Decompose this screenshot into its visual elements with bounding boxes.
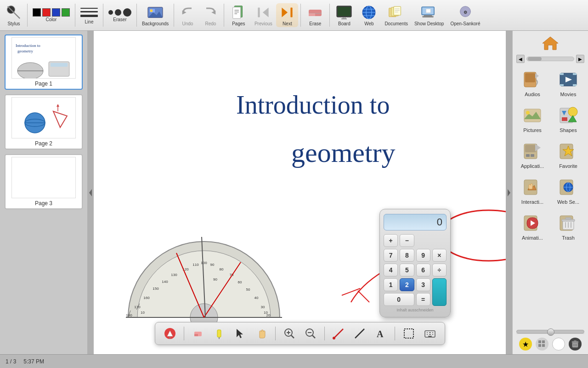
backgrounds-tool[interactable]: Backgrounds xyxy=(139,3,171,27)
btm-highlight-btn[interactable] xyxy=(211,325,227,342)
calc-4[interactable]: 4 xyxy=(384,264,398,276)
right-panel: ◀ ▶ Audios xyxy=(512,31,588,354)
line-tool[interactable]: Line xyxy=(78,5,101,25)
page-info: 1 / 3 xyxy=(6,358,16,365)
show-desktop-tool[interactable]: Show Desktop xyxy=(412,3,447,27)
btm-zoomout-btn[interactable] xyxy=(302,325,319,342)
calc-minus[interactable]: − xyxy=(400,234,414,247)
svg-line-56 xyxy=(342,288,360,295)
previous-tool[interactable]: Previous xyxy=(251,3,275,27)
color-tool[interactable]: Color xyxy=(30,7,73,23)
right-item-interactive[interactable]: Interacti... xyxy=(516,174,548,207)
calc-7[interactable]: 7 xyxy=(384,249,398,262)
calc-3[interactable]: 3 xyxy=(416,278,430,291)
right-panel-spacer xyxy=(516,242,584,326)
svg-marker-139 xyxy=(535,144,541,151)
right-circle-btn[interactable] xyxy=(552,338,565,351)
color-red[interactable] xyxy=(42,8,51,17)
right-star-btn[interactable]: ★ xyxy=(519,338,532,351)
btm-line-btn[interactable] xyxy=(351,325,368,342)
documents-tool[interactable]: Documents xyxy=(382,3,411,27)
svg-marker-5 xyxy=(182,11,187,15)
svg-rect-58 xyxy=(121,235,287,317)
svg-marker-95 xyxy=(237,329,243,338)
svg-text:geometry: geometry xyxy=(17,49,33,53)
svg-text:50: 50 xyxy=(246,288,250,292)
calc-div[interactable]: ÷ xyxy=(432,264,447,276)
calc-equals[interactable]: = xyxy=(416,293,430,306)
btm-keyboard-btn[interactable] xyxy=(422,325,438,342)
left-collapse-btn[interactable] xyxy=(87,31,94,354)
right-item-movies[interactable]: Movies xyxy=(552,67,584,99)
svg-rect-92 xyxy=(194,334,198,336)
calc-0[interactable]: 0 xyxy=(384,293,414,306)
svg-rect-107 xyxy=(404,329,413,338)
color-blue[interactable] xyxy=(52,8,60,17)
right-trash-btn[interactable] xyxy=(569,338,582,351)
right-collapse-btn[interactable] xyxy=(506,31,512,354)
pages-tool[interactable]: Pages xyxy=(226,3,250,27)
calc-plus[interactable]: + xyxy=(384,234,398,247)
page-thumb-1[interactable]: Introduction to geometry Page 1 xyxy=(5,34,83,90)
applications-icon xyxy=(521,140,543,162)
btm-select-btn[interactable] xyxy=(232,325,249,342)
svg-text:180: 180 xyxy=(126,313,132,317)
calc-9[interactable]: 9 xyxy=(416,249,430,262)
right-item-animation[interactable]: Animati... xyxy=(516,210,548,242)
right-scroll-right[interactable]: ▶ xyxy=(576,55,584,63)
calc-8[interactable]: 8 xyxy=(400,249,414,262)
svg-text:100: 100 xyxy=(201,261,207,265)
btm-selectarea-btn[interactable] xyxy=(401,325,417,342)
right-grid-btn[interactable] xyxy=(536,338,548,351)
right-item-shapes[interactable]: Shapes xyxy=(552,103,584,135)
erase-tool[interactable]: Erase xyxy=(303,3,327,27)
color-green[interactable] xyxy=(62,8,70,17)
btm-text-btn[interactable]: A xyxy=(373,325,389,342)
web-tool[interactable]: Web xyxy=(357,3,381,27)
btm-pen-btn[interactable] xyxy=(162,325,178,342)
calc-5[interactable]: 5 xyxy=(400,264,414,276)
board-tool[interactable]: Board xyxy=(332,3,356,27)
right-item-audios[interactable]: Audios xyxy=(516,67,548,99)
page-thumb-3[interactable]: Page 3 xyxy=(5,154,83,209)
svg-text:⚙: ⚙ xyxy=(464,10,467,15)
btm-eraser-btn[interactable] xyxy=(190,325,206,342)
svg-rect-161 xyxy=(572,341,578,343)
svg-line-57 xyxy=(358,291,369,302)
open-sankore-tool[interactable]: ⚙ Open-Sankoré xyxy=(447,3,483,27)
right-item-webservice[interactable]: Web Se... xyxy=(552,174,584,207)
btm-pan-btn[interactable] xyxy=(253,325,270,342)
right-item-pictures[interactable]: Pictures xyxy=(516,103,548,135)
page-thumb-2[interactable]: Page 2 xyxy=(5,94,83,150)
stylus-tool[interactable]: Stylus xyxy=(3,3,25,27)
next-tool[interactable]: Next xyxy=(276,3,298,27)
btm-laser-btn[interactable] xyxy=(330,325,347,342)
right-scroll-left[interactable]: ◀ xyxy=(516,55,525,63)
bottom-toolbar: A xyxy=(155,322,445,345)
redo-tool[interactable]: Redo xyxy=(199,3,221,27)
calc-6[interactable]: 6 xyxy=(416,264,430,276)
right-item-applications[interactable]: Applicati... xyxy=(516,138,548,171)
right-item-trash[interactable]: Trash xyxy=(552,210,584,242)
right-item-favorite[interactable]: Favorite xyxy=(552,138,584,171)
calc-1[interactable]: 1 xyxy=(384,278,398,291)
canvas-area[interactable]: Introduction to geometry xyxy=(94,31,506,354)
next-label: Next xyxy=(283,21,292,26)
right-slider-thumb[interactable] xyxy=(547,328,554,336)
right-scrollbar-thumb[interactable] xyxy=(528,57,542,61)
svg-marker-116 xyxy=(508,189,510,196)
eraser-tool[interactable]: Eraser xyxy=(106,7,134,23)
right-slider-track[interactable] xyxy=(516,330,584,334)
btm-zoomin-btn[interactable] xyxy=(281,325,298,342)
undo-tool[interactable]: Undo xyxy=(176,3,198,27)
page-3-preview xyxy=(11,157,76,198)
calc-teal[interactable] xyxy=(432,278,447,306)
calculator-widget[interactable]: 0 + − 7 8 9 × 4 5 6 ÷ 1 2 3 0 = I xyxy=(379,209,451,317)
color-black[interactable] xyxy=(33,8,41,17)
home-btn[interactable] xyxy=(541,34,560,51)
calc-2[interactable]: 2 xyxy=(400,278,414,291)
right-scroll-bar: ◀ ▶ xyxy=(516,55,584,63)
svg-rect-119 xyxy=(525,73,535,82)
trash-icon xyxy=(557,212,579,234)
calc-mult[interactable]: × xyxy=(432,249,447,262)
